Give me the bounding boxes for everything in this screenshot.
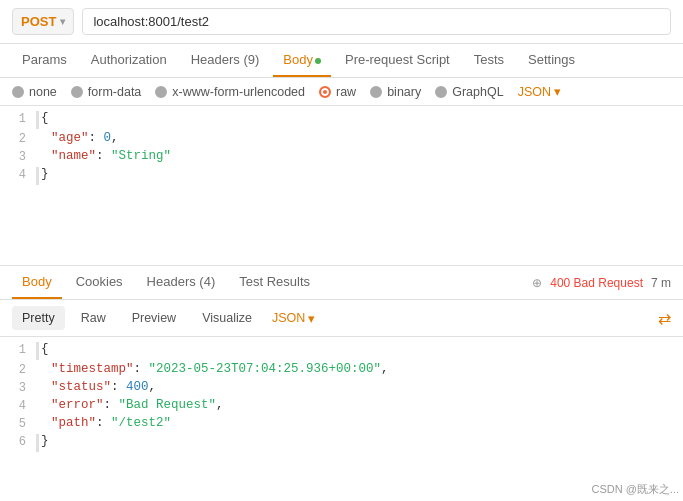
tab-headers[interactable]: Headers (9) — [181, 44, 270, 77]
json-format-select[interactable]: JSON ▾ — [518, 84, 561, 99]
response-tabs: Body Cookies Headers (4) Test Results ⊕ … — [0, 266, 683, 300]
url-input[interactable] — [82, 8, 671, 35]
req-line-1: 1 { — [0, 110, 683, 130]
request-tabs: Params Authorization Headers (9) Body Pr… — [0, 44, 683, 78]
request-code-editor[interactable]: 1 { 2 "age": 0, 3 "name": "String" 4 } — [0, 106, 683, 266]
body-type-binary[interactable]: binary — [370, 85, 421, 99]
resp-line-5: 5 "path": "/test2" — [0, 415, 683, 433]
tab-authorization[interactable]: Authorization — [81, 44, 177, 77]
resp-line-4: 4 "error": "Bad Request", — [0, 397, 683, 415]
status-badge: 400 Bad Request — [550, 276, 643, 290]
radio-none — [12, 86, 24, 98]
body-type-form-data[interactable]: form-data — [71, 85, 142, 99]
resp-line-1: 1 { — [0, 341, 683, 361]
radio-binary — [370, 86, 382, 98]
radio-graphql — [435, 86, 447, 98]
response-code-editor[interactable]: 1 { 2 "timestamp": "2023-05-23T07:04:25.… — [0, 337, 683, 467]
filter-icon[interactable]: ⇄ — [658, 309, 671, 328]
url-bar: POST ▾ — [0, 0, 683, 44]
tab-params[interactable]: Params — [12, 44, 77, 77]
body-dot — [315, 58, 321, 64]
resp-json-chevron: ▾ — [308, 311, 315, 326]
json-chevron: ▾ — [554, 84, 561, 99]
format-visualize[interactable]: Visualize — [192, 306, 262, 330]
resp-tab-body[interactable]: Body — [12, 266, 62, 299]
tab-settings[interactable]: Settings — [518, 44, 585, 77]
body-type-graphql[interactable]: GraphQL — [435, 85, 503, 99]
body-type-raw[interactable]: raw — [319, 85, 356, 99]
resp-tab-test-results[interactable]: Test Results — [229, 266, 320, 299]
format-pretty[interactable]: Pretty — [12, 306, 65, 330]
body-type-none[interactable]: none — [12, 85, 57, 99]
method-chevron: ▾ — [60, 16, 65, 27]
resp-line-3: 3 "status": 400, — [0, 379, 683, 397]
body-types-row: none form-data x-www-form-urlencoded raw… — [0, 78, 683, 106]
resp-line-6: 6 } — [0, 433, 683, 453]
tab-pre-request[interactable]: Pre-request Script — [335, 44, 460, 77]
req-line-4: 4 } — [0, 166, 683, 186]
format-preview[interactable]: Preview — [122, 306, 186, 330]
time-badge: 7 m — [651, 276, 671, 290]
response-status: ⊕ 400 Bad Request 7 m — [532, 276, 671, 290]
response-format-row: Pretty Raw Preview Visualize JSON ▾ ⇄ — [0, 300, 683, 337]
body-type-urlencoded[interactable]: x-www-form-urlencoded — [155, 85, 305, 99]
resp-tab-headers[interactable]: Headers (4) — [137, 266, 226, 299]
method-label: POST — [21, 14, 56, 29]
response-section: Body Cookies Headers (4) Test Results ⊕ … — [0, 266, 683, 467]
watermark: CSDN @既来之... — [591, 482, 679, 497]
resp-line-2: 2 "timestamp": "2023-05-23T07:04:25.936+… — [0, 361, 683, 379]
tab-tests[interactable]: Tests — [464, 44, 514, 77]
req-line-3: 3 "name": "String" — [0, 148, 683, 166]
format-raw[interactable]: Raw — [71, 306, 116, 330]
resp-json-select[interactable]: JSON ▾ — [272, 311, 315, 326]
method-select[interactable]: POST ▾ — [12, 8, 74, 35]
radio-urlencoded — [155, 86, 167, 98]
radio-form-data — [71, 86, 83, 98]
req-line-2: 2 "age": 0, — [0, 130, 683, 148]
resp-tab-cookies[interactable]: Cookies — [66, 266, 133, 299]
globe-icon: ⊕ — [532, 276, 542, 290]
tab-body[interactable]: Body — [273, 44, 331, 77]
radio-raw — [319, 86, 331, 98]
